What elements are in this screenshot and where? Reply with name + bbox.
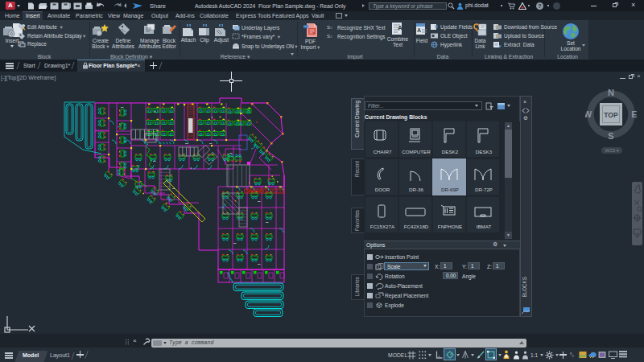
svg-text:S: S — [608, 131, 613, 140]
svg-text:W: W — [585, 109, 592, 119]
svg-text:A: A — [398, 24, 402, 31]
svg-text:TOP: TOP — [604, 111, 618, 119]
svg-text:Sx: Sx — [327, 34, 332, 39]
svg-text:E: E — [631, 109, 637, 119]
svg-text:Sx: Sx — [327, 25, 332, 30]
svg-text:N: N — [608, 88, 614, 97]
svg-text:A: A — [417, 27, 421, 33]
